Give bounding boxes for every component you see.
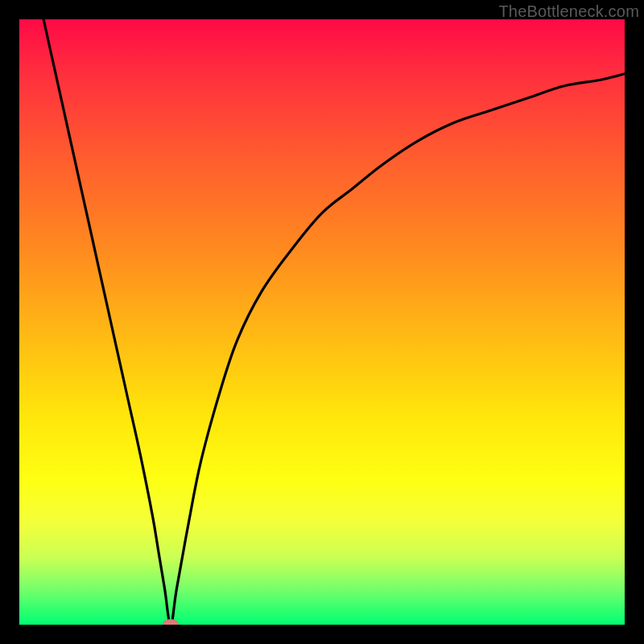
plot-area [19, 19, 625, 625]
minimum-point-marker [163, 619, 179, 625]
watermark-text: TheBottleneck.com [498, 2, 639, 21]
chart-frame: TheBottleneck.com [0, 0, 644, 644]
bottleneck-curve [19, 19, 625, 625]
